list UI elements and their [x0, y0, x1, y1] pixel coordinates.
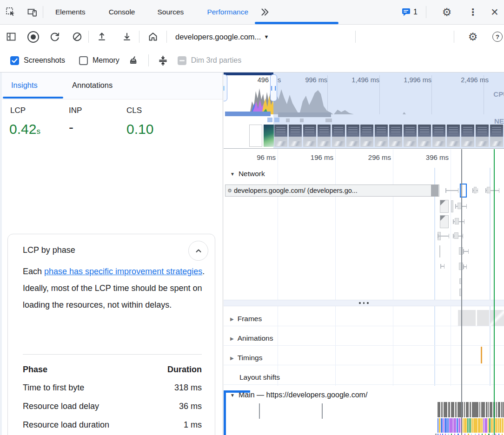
layout-shifts-track-header[interactable]: Layout shifts: [239, 370, 280, 384]
inspect-element-icon[interactable]: [0, 0, 21, 24]
flame-bar: [458, 402, 463, 417]
screenshot-frame: [332, 125, 345, 147]
screenshot-frame: [303, 125, 316, 147]
kebab-menu-icon[interactable]: ⋮: [464, 0, 482, 24]
flame-bar: [457, 418, 458, 433]
history-url-selector[interactable]: developers.google.com... ▼: [175, 33, 269, 41]
timeline-overview[interactable]: 496996 ms1,496 ms1,996 ms2,496 ms CPU NE…: [224, 72, 504, 149]
close-devtools-icon[interactable]: ×: [485, 0, 504, 24]
request-bar: [451, 200, 453, 212]
flame-bar: [478, 418, 481, 433]
collapse-tracks-icon[interactable]: [149, 49, 178, 72]
flame-bar: [481, 402, 485, 417]
flame-bar: [466, 402, 469, 417]
expand-triangle-icon: ▶: [230, 356, 234, 361]
screenshot-frame: [318, 125, 331, 147]
lcp-by-phase-card[interactable]: LCP by phase Each phase has specific imp…: [7, 234, 215, 435]
dim-third-parties-checkbox[interactable]: [178, 56, 186, 65]
flame-bar: [455, 402, 457, 417]
sidebar-active-tab-underline: [3, 97, 63, 99]
tab-insights[interactable]: Insights: [11, 81, 38, 90]
selection-left-handle[interactable]: |: [224, 74, 227, 101]
devtools-tabbar: Elements Console Sources Performance 1 ⚙…: [0, 0, 504, 25]
ruler-label: 396 ms: [426, 153, 449, 161]
flame-bar: [458, 418, 460, 433]
flame-bar: [479, 402, 480, 417]
toggle-sidebar-icon[interactable]: [0, 25, 22, 49]
request-bar: [455, 218, 459, 224]
flame-bar: [495, 418, 497, 433]
tab-elements[interactable]: Elements: [53, 8, 87, 16]
network-resize-handle[interactable]: [224, 300, 504, 306]
download-profile-icon[interactable]: [115, 25, 139, 49]
tab-performance[interactable]: Performance: [205, 8, 250, 16]
screenshots-checkbox[interactable]: [10, 56, 19, 65]
divider: [355, 31, 356, 43]
network-track-header[interactable]: ▼ Network: [230, 170, 265, 178]
home-icon[interactable]: [139, 25, 166, 49]
expand-triangle-icon: ▶: [230, 316, 234, 322]
active-tab-underline: [255, 22, 338, 24]
divider: [23, 354, 202, 355]
animations-track-header[interactable]: ▶ Animations: [230, 331, 273, 345]
dropdown-arrow-icon: ▼: [264, 34, 269, 40]
tab-sources[interactable]: Sources: [156, 8, 186, 16]
cls-value[interactable]: 0.10: [126, 121, 153, 137]
duration-header: Duration: [167, 365, 202, 375]
inp-label: INP: [69, 106, 82, 115]
frame-boundary-line: [434, 168, 435, 386]
capture-settings-gear-icon[interactable]: ⚙: [463, 25, 483, 49]
memory-checkbox[interactable]: [79, 56, 88, 65]
filmstrip: [224, 72, 504, 149]
flame-bar: [484, 418, 487, 433]
frames-track-header[interactable]: ▶ Frames: [230, 312, 262, 326]
clear-icon[interactable]: [66, 25, 88, 49]
sidebar-tabbar: Insights Annotations: [0, 72, 223, 99]
lcp-value[interactable]: 0.42s: [9, 121, 40, 137]
frame-screenshot: [458, 310, 476, 326]
upload-profile-icon[interactable]: [89, 25, 115, 49]
request-bar: [474, 187, 477, 193]
timing-marker[interactable]: [481, 347, 482, 363]
settings-gear-icon[interactable]: ⚙: [437, 0, 457, 24]
gridline: [451, 149, 451, 386]
record-icon[interactable]: [22, 25, 44, 49]
collect-garbage-icon[interactable]: [119, 49, 148, 72]
flame-tick-line: [259, 403, 260, 419]
screenshot-frame: [346, 125, 359, 147]
ruler-label: 196 ms: [311, 153, 333, 161]
flame-bar: [467, 418, 468, 433]
flame-tick-line: [322, 403, 323, 419]
timeline-detail[interactable]: 96 ms196 ms296 ms396 ms ▼ Network ⚙ deve…: [224, 149, 504, 435]
main-track-header[interactable]: ▼ Main — https://developers.google.com/: [230, 388, 367, 402]
detail-ruler: 96 ms196 ms296 ms396 ms: [224, 149, 504, 168]
ruler-label: 96 ms: [257, 153, 276, 161]
phase-strategies-link[interactable]: phase has specific improvement strategie…: [44, 267, 202, 276]
selected-track-indicator: [224, 390, 226, 435]
collapse-card-button[interactable]: [188, 241, 208, 261]
flame-bar: [498, 402, 500, 417]
selection-right-handle[interactable]: | |: [270, 74, 277, 101]
console-message-badge[interactable]: 1: [401, 7, 418, 18]
help-icon[interactable]: ?: [488, 25, 504, 49]
request-whisker: [463, 266, 467, 267]
screenshot-frame: [447, 125, 460, 147]
drag-dots-icon: [224, 300, 504, 306]
frame-screenshot: [477, 310, 489, 326]
flame-bar: [471, 418, 473, 433]
tab-annotations[interactable]: Annotations: [72, 81, 113, 90]
screenshot-frame: [375, 125, 388, 147]
screenshot-frame: [418, 125, 431, 147]
inp-value: -: [69, 119, 73, 135]
network-request-main[interactable]: ⚙ developers.google.com/ (developers.go.…: [225, 185, 439, 197]
tab-console[interactable]: Console: [107, 8, 137, 16]
device-toolbar-icon[interactable]: [21, 0, 43, 24]
timings-track-header[interactable]: ▶ Timings: [230, 351, 262, 365]
screenshot-frame: [461, 125, 474, 147]
reload-and-record-icon[interactable]: [44, 25, 66, 49]
insights-sidebar: Insights Annotations LCP 0.42s INP - CLS…: [0, 72, 223, 435]
table-row: Time to first byte318 ms: [23, 378, 202, 397]
metrics-row: LCP 0.42s INP - CLS 0.10: [0, 99, 223, 159]
flame-bar: [469, 418, 470, 433]
more-tabs-icon[interactable]: [254, 0, 275, 24]
